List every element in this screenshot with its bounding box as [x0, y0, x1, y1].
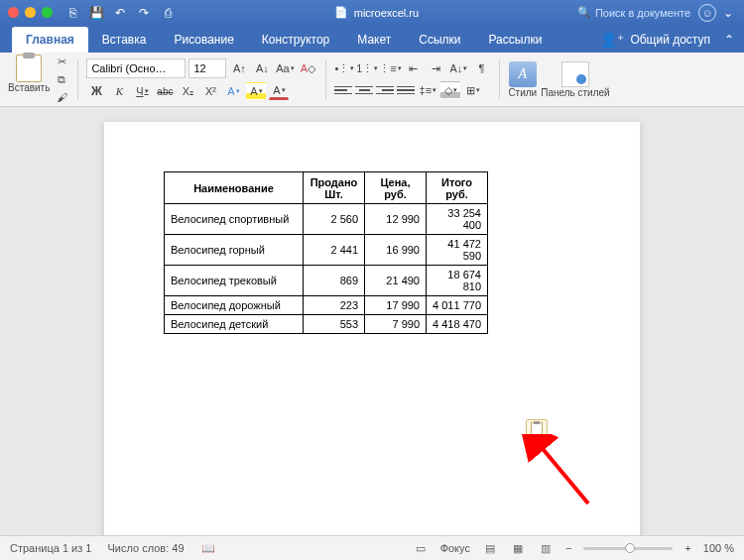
bold-button[interactable]: Ж	[86, 82, 106, 100]
col-header-price[interactable]: Цена, руб.	[365, 172, 427, 204]
page-indicator[interactable]: Страница 1 из 1	[10, 542, 91, 554]
document-page[interactable]: Наименование Продано Шт. Цена, руб. Итог…	[104, 122, 640, 535]
table-cell[interactable]: Велосипед горный	[165, 235, 304, 266]
print-layout-icon[interactable]: ▤	[482, 541, 498, 555]
print-icon[interactable]: ⎙	[160, 5, 176, 21]
multilevel-list-icon[interactable]: ⋮≡	[380, 59, 400, 77]
feedback-icon[interactable]: ☺	[698, 4, 716, 22]
tab-mailings[interactable]: Рассылки	[475, 27, 557, 53]
font-color-icon[interactable]: A	[269, 82, 289, 100]
save-icon[interactable]: 💾	[88, 5, 104, 21]
tab-references[interactable]: Ссылки	[405, 27, 474, 53]
zoom-slider[interactable]	[583, 547, 673, 550]
table-cell[interactable]: 869	[304, 266, 365, 296]
font-size-select[interactable]	[188, 58, 226, 78]
highlight-icon[interactable]: A	[246, 82, 266, 100]
underline-button[interactable]: Ч	[132, 82, 152, 100]
styles-pane-button[interactable]: Панель стилей	[541, 61, 609, 98]
table-cell[interactable]: 7 990	[365, 315, 427, 334]
data-table[interactable]: Наименование Продано Шт. Цена, руб. Итог…	[164, 171, 488, 334]
chevron-down-icon[interactable]: ⌄	[720, 5, 736, 21]
shading-icon[interactable]: ◇	[440, 81, 460, 99]
col-header-total[interactable]: Итого руб.	[427, 172, 488, 204]
table-cell[interactable]: 16 990	[365, 235, 427, 266]
line-spacing-icon[interactable]: ‡≡	[418, 81, 437, 99]
table-cell[interactable]: 4 011 770	[427, 296, 488, 315]
table-cell[interactable]: Велосипед трековый	[165, 266, 304, 296]
font-family-select[interactable]	[86, 58, 186, 78]
align-center-button[interactable]	[355, 82, 373, 98]
table-cell[interactable]: 12 990	[365, 204, 427, 235]
tab-draw[interactable]: Рисование	[160, 27, 247, 53]
table-cell[interactable]: 2 441	[304, 235, 365, 266]
tab-design[interactable]: Конструктор	[248, 27, 343, 53]
table-cell[interactable]: 21 490	[365, 266, 427, 296]
table-cell[interactable]: Велосипед дорожный	[165, 296, 304, 315]
table-cell[interactable]: 18 674 810	[427, 266, 488, 296]
word-count[interactable]: Число слов: 49	[107, 542, 184, 554]
styles-label: Стили	[508, 87, 537, 98]
tab-insert[interactable]: Вставка	[88, 27, 161, 53]
table-row[interactable]: Велосипед трековый86921 49018 674 810	[165, 266, 488, 296]
align-left-button[interactable]	[334, 82, 352, 98]
focus-label[interactable]: Фокус	[440, 542, 470, 554]
table-cell[interactable]: Велосипед детский	[165, 315, 304, 334]
text-effects-icon[interactable]: A	[223, 82, 243, 100]
spellcheck-icon[interactable]: 📖	[200, 541, 216, 555]
table-cell[interactable]: 553	[304, 315, 365, 334]
cut-icon[interactable]: ✂	[54, 55, 69, 68]
table-cell[interactable]: 17 990	[365, 296, 427, 315]
collapse-ribbon-icon[interactable]: ⌃	[724, 33, 734, 47]
increase-font-icon[interactable]: A↑	[229, 59, 249, 77]
justify-button[interactable]	[397, 82, 415, 98]
search-input[interactable]: 🔍 Поиск в документе	[577, 6, 690, 19]
show-marks-icon[interactable]: ¶	[471, 59, 491, 77]
format-painter-icon[interactable]: 🖌	[54, 90, 69, 104]
copy-icon[interactable]: ⧉	[54, 72, 69, 86]
table-cell[interactable]: 2 560	[304, 204, 365, 235]
table-cell[interactable]: 41 472 590	[427, 235, 488, 266]
maximize-window-button[interactable]	[42, 7, 53, 18]
tab-home[interactable]: Главная	[12, 27, 88, 53]
sort-icon[interactable]: A↓	[448, 59, 468, 77]
strikethrough-button[interactable]: abc	[155, 82, 175, 100]
table-row[interactable]: Велосипед спортивный2 56012 99033 254 40…	[165, 204, 488, 235]
decrease-indent-icon[interactable]: ⇤	[403, 59, 423, 77]
styles-button[interactable]: A Стили	[508, 61, 537, 98]
zoom-in-button[interactable]: +	[684, 542, 690, 554]
table-row[interactable]: Велосипед горный2 44116 99041 472 590	[165, 235, 488, 266]
paste-options-smart-tag[interactable]	[526, 419, 548, 439]
web-layout-icon[interactable]: ▥	[538, 541, 554, 555]
autosave-icon[interactable]: ⎘	[64, 5, 80, 21]
close-window-button[interactable]	[8, 7, 19, 18]
numbering-icon[interactable]: 1⋮	[357, 59, 377, 77]
paste-button[interactable]: Вставить	[8, 55, 50, 93]
zoom-level[interactable]: 100 %	[703, 542, 734, 554]
read-mode-icon[interactable]: ▦	[510, 541, 526, 555]
zoom-out-button[interactable]: −	[565, 542, 571, 554]
table-row[interactable]: Велосипед детский5537 9904 418 470	[165, 315, 488, 334]
focus-mode-icon[interactable]: ▭	[413, 541, 429, 555]
table-row[interactable]: Велосипед дорожный22317 9904 011 770	[165, 296, 488, 315]
table-cell[interactable]: 33 254 400	[427, 204, 488, 235]
decrease-font-icon[interactable]: A↓	[252, 59, 272, 77]
align-right-button[interactable]	[376, 82, 394, 98]
tab-layout[interactable]: Макет	[343, 27, 405, 53]
share-button[interactable]: 👤⁺ Общий доступ ⌃	[600, 32, 744, 53]
borders-icon[interactable]: ⊞	[463, 81, 483, 99]
subscript-button[interactable]: X₂	[178, 82, 197, 100]
superscript-button[interactable]: X²	[200, 82, 220, 100]
table-cell[interactable]: Велосипед спортивный	[165, 204, 304, 235]
italic-button[interactable]: К	[109, 82, 129, 100]
clear-formatting-icon[interactable]: A◇	[298, 59, 317, 77]
table-cell[interactable]: 223	[304, 296, 365, 315]
minimize-window-button[interactable]	[25, 7, 36, 18]
table-cell[interactable]: 4 418 470	[427, 315, 488, 334]
undo-icon[interactable]: ↶	[112, 5, 128, 21]
increase-indent-icon[interactable]: ⇥	[426, 59, 445, 77]
col-header-sold[interactable]: Продано Шт.	[304, 172, 365, 204]
col-header-name[interactable]: Наименование	[165, 172, 304, 204]
change-case-icon[interactable]: Aa	[275, 59, 295, 77]
redo-icon[interactable]: ↷	[136, 5, 152, 21]
bullets-icon[interactable]: •⋮	[334, 59, 354, 77]
